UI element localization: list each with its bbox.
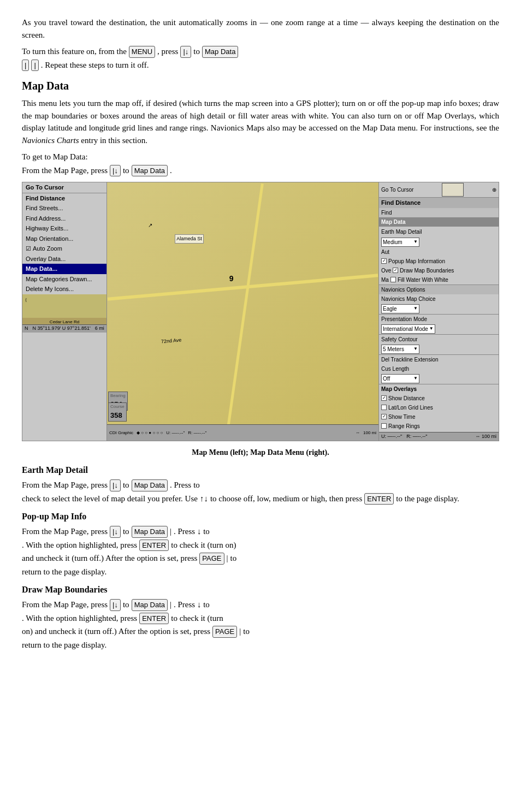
earth-down-key: |↓ bbox=[110, 479, 121, 491]
5-meters-dropdown[interactable]: 5 Meters ▼ bbox=[381, 345, 419, 354]
pipe-key-2: | bbox=[31, 60, 38, 72]
menu-item-map-orientation: Map Orientation... bbox=[22, 234, 106, 244]
intro2-to: to bbox=[193, 45, 200, 58]
up-down-arrows: ↑↓ bbox=[200, 493, 208, 505]
length-row: Cus Length bbox=[379, 364, 499, 374]
menu-item-find-streets: Find Streets... bbox=[22, 203, 106, 214]
from-map-page-line: From the Map Page, press |↓ to Map Data … bbox=[22, 164, 499, 177]
eagle-dropdown[interactable]: Eagle ▼ bbox=[381, 304, 419, 313]
eagle-value: Eagle bbox=[383, 305, 397, 313]
intro2-suffix: . Repeat these steps to turn it off. bbox=[41, 59, 149, 72]
cdi-graphic-label: CDI Graphic bbox=[109, 430, 133, 436]
eagle-dropdown-row: Eagle ▼ bbox=[379, 304, 499, 314]
trackline-ext-label: Del Trackline Extension bbox=[379, 354, 499, 364]
fill-water-label: Fill Water With White bbox=[398, 276, 448, 284]
aut-text: Aut bbox=[381, 248, 389, 256]
draw-map-data-key: Map Data bbox=[132, 599, 168, 611]
draw-boundaries-label: Draw Map Boundaries bbox=[400, 266, 454, 275]
navionics-map-choice-label: Navionics Map Choice bbox=[379, 294, 499, 304]
medium-dropdown[interactable]: Medium ▼ bbox=[381, 238, 419, 247]
menu-item-highway-exits: Highway Exits... bbox=[22, 223, 106, 234]
pipe-key-1: | bbox=[22, 60, 29, 72]
ove-text: Ove bbox=[381, 266, 391, 275]
draw-down-key: |↓ bbox=[110, 599, 121, 611]
map-data-key: Map Data bbox=[202, 46, 238, 58]
lat-lon-checkbox[interactable] bbox=[381, 405, 387, 410]
5-meters-value: 5 Meters bbox=[383, 345, 404, 353]
menu-item-overlay-data: Overlay Data... bbox=[22, 254, 106, 264]
range-rings-checkbox[interactable] bbox=[381, 423, 387, 429]
show-distance-row: Show Distance bbox=[379, 394, 499, 403]
draw-map-boundaries-heading: Draw Map Boundaries bbox=[22, 583, 499, 596]
international-mode-value: International Mode bbox=[383, 325, 428, 333]
lat-lon-row: Lat/Lon Grid Lines bbox=[379, 403, 499, 412]
fill-water-row: Ma Fill Water With White bbox=[379, 275, 499, 285]
popup-page-key: PAGE bbox=[199, 553, 224, 565]
draw-page-key: PAGE bbox=[212, 626, 237, 638]
international-mode-dropdown[interactable]: International Mode ▼ bbox=[381, 324, 435, 334]
popup-enter-key: ENTER bbox=[139, 540, 169, 552]
earth-map-detail-heading: Earth Map Detail bbox=[22, 464, 499, 477]
earth-detail-paragraph: From the Map Page, press |↓ to Map Data … bbox=[22, 479, 499, 505]
presentation-mode-label: Presentation Mode bbox=[379, 314, 499, 324]
fill-water-checkbox[interactable] bbox=[390, 277, 396, 282]
menu-item-map-data: Map Data... bbox=[22, 264, 106, 274]
auto-zoom-check: ☑ bbox=[26, 244, 31, 253]
international-mode-row: International Mode ▼ bbox=[379, 324, 499, 334]
show-time-row: Show Time bbox=[379, 412, 499, 422]
lat-value: N 35°11.979' U 97°21.851' bbox=[33, 325, 91, 333]
show-distance-checkbox[interactable] bbox=[381, 395, 387, 401]
scale-value: 6 mi bbox=[95, 325, 104, 333]
left-menu-panel: Go To Cursor Find Distance Find Streets.… bbox=[22, 182, 107, 441]
minimap bbox=[442, 183, 464, 197]
map-data-section-title: Map Data bbox=[379, 217, 499, 227]
dropdown-arrow-icon: ▼ bbox=[413, 239, 418, 245]
map-data-body: This menu lets you turn the map off, if … bbox=[22, 97, 499, 146]
del-text: Del bbox=[381, 357, 389, 363]
find-distance-right: Find Distance bbox=[379, 198, 499, 208]
aut-label-row: Aut bbox=[379, 247, 499, 257]
draw-boundaries-checkbox[interactable] bbox=[393, 268, 398, 273]
earth-map-data-key: Map Data bbox=[132, 479, 168, 491]
right-cdi-bar: U: —--.--" R: —--.--" ↔ 100 mi bbox=[379, 432, 499, 441]
right-menu-panel: Go To Cursor ⊕ Find Distance Find Map Da… bbox=[378, 182, 499, 441]
map-data-key-2: Map Data bbox=[132, 165, 168, 177]
intro2-prefix: To turn this feature on, from the bbox=[22, 45, 127, 58]
map-screenshot: Go To Cursor Find Distance Find Streets.… bbox=[22, 182, 499, 441]
medium-dropdown-row: Medium ▼ bbox=[379, 237, 499, 247]
show-time-checkbox[interactable] bbox=[381, 414, 387, 419]
show-time-label: Show Time bbox=[388, 413, 415, 421]
menu-item-delete-icons: Delete My Icons... bbox=[22, 284, 106, 294]
intro-line-2: To turn this feature on, from the MENU ,… bbox=[22, 45, 499, 58]
coords-bar: N N 35°11.979' U 97°21.851' 6 mi bbox=[22, 324, 106, 333]
menu-item-find-address: Find Address... bbox=[22, 214, 106, 224]
down-arrow-key-1: |↓ bbox=[180, 46, 191, 58]
map-caption: Map Menu (left); Map Data Menu (right). bbox=[22, 447, 499, 458]
to-get-line: To get to Map Data: bbox=[22, 151, 499, 163]
go-to-cursor-right: Go To Cursor bbox=[381, 186, 413, 194]
intro-paragraph-1: As you travel toward the destination, th… bbox=[22, 16, 499, 41]
popup-checkbox[interactable] bbox=[381, 258, 387, 264]
compass-n: N bbox=[25, 325, 28, 333]
range-rings-row: Range Rings bbox=[379, 422, 499, 431]
earth-map-detail-label: Earth Map Detail bbox=[379, 227, 499, 237]
map-center: 9 Alameda St ↗ 72nd Ave Bearing 354 Cour… bbox=[107, 182, 378, 441]
off-dropdown[interactable]: Off ▼ bbox=[381, 374, 419, 383]
range-rings-label: Range Rings bbox=[388, 422, 420, 430]
show-distance-label: Show Distance bbox=[388, 394, 425, 402]
section-map-data-heading: Map Data bbox=[22, 78, 499, 94]
down-arrow-key-2: |↓ bbox=[110, 165, 121, 177]
go-to-cursor-title: Go To Cursor bbox=[22, 182, 106, 193]
off-value: Off bbox=[383, 375, 390, 383]
earth-enter-key: ENTER bbox=[364, 493, 394, 505]
menu-item-auto-zoom: ☑ Auto Zoom bbox=[22, 244, 106, 254]
ma-text: Ma bbox=[381, 276, 389, 284]
popup-label: Popup Map Information bbox=[388, 257, 445, 265]
menu-item-map-categories: Map Categories Drawn... bbox=[22, 274, 106, 285]
right-r-value: R: —--.--" bbox=[406, 433, 427, 441]
off-dropdown-row: Off ▼ bbox=[379, 374, 499, 384]
popup-paragraph: From the Map Page, press |↓ to Map Data … bbox=[22, 525, 499, 578]
navionics-charts-italic: Navionics Charts bbox=[22, 136, 79, 145]
5m-dropdown-arrow-icon: ▼ bbox=[413, 346, 418, 352]
menu-key: MENU bbox=[129, 46, 155, 58]
